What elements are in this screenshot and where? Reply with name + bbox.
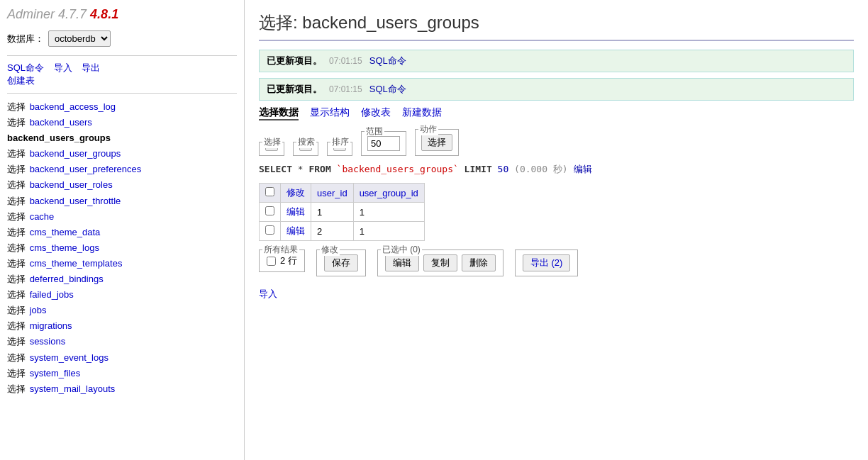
nav-prefix: 选择: [7, 289, 28, 300]
tab-select[interactable]: 选择数据: [259, 106, 299, 120]
sidebar-item-cms_theme_data[interactable]: 选择 cms_theme_data: [7, 225, 237, 240]
db-select[interactable]: octoberdb: [48, 30, 111, 47]
nav-prefix: 选择: [7, 383, 28, 394]
app-title: Adminer 4.7.7 4.8.1: [7, 7, 237, 22]
nav-label: backend_user_preferences: [30, 164, 142, 174]
row-count: 2 行: [280, 254, 297, 267]
main-tabs: 选择数据显示结构修改表新建数据: [259, 106, 854, 120]
tab-new[interactable]: 新建数据: [402, 106, 442, 120]
version-old: 4.7.7: [58, 7, 87, 21]
sidebar-item-migrations[interactable]: 选择 migrations: [7, 318, 237, 334]
notice-sql-link[interactable]: SQL命令: [369, 83, 406, 96]
export-button[interactable]: 导出 (2): [523, 254, 571, 271]
nav-prefix: 选择: [7, 305, 28, 315]
sidebar-item-backend_users_groups[interactable]: backend_users_groups: [7, 130, 237, 146]
nav-label: backend_access_log: [30, 101, 116, 112]
data-table: 修改 user_id user_group_id 编辑11编辑21: [259, 183, 425, 241]
sidebar-item-cms_theme_templates[interactable]: 选择 cms_theme_templates: [7, 256, 237, 271]
sql-command-link[interactable]: SQL命令: [7, 62, 44, 73]
sql-limit-kw: LIMIT: [464, 164, 492, 174]
sidebar-item-backend_user_throttle[interactable]: 选择 backend_user_throttle: [7, 193, 237, 209]
table-row: 编辑11: [260, 203, 425, 222]
row-checkbox-cell: [260, 203, 281, 222]
table-body: 编辑11编辑21: [260, 203, 425, 241]
sql-meta: (0.000 秒): [514, 164, 568, 174]
sidebar-item-backend_user_preferences[interactable]: 选择 backend_user_preferences: [7, 162, 237, 177]
select-group: 选择: [259, 142, 284, 156]
notice-sql-link[interactable]: SQL命令: [369, 55, 406, 67]
row-edit-link[interactable]: 编辑: [286, 206, 305, 217]
import-bottom-link[interactable]: 导入: [259, 288, 277, 301]
sidebar-item-backend_user_roles[interactable]: 选择 backend_user_roles: [7, 177, 237, 193]
edit-button[interactable]: 编辑: [385, 254, 419, 271]
version-new[interactable]: 4.8.1: [90, 7, 118, 21]
select-all-checkbox[interactable]: [265, 187, 274, 196]
col-checkbox: [260, 184, 281, 203]
tab-alter[interactable]: 修改表: [361, 106, 391, 120]
nav-prefix: 选择: [7, 101, 28, 112]
action-group-label: 动作: [418, 123, 438, 135]
range-group: 范围: [361, 131, 406, 156]
sidebar-actions: SQL命令 导入 导出 创建表: [7, 62, 237, 87]
notice-box: 已更新项目。07:01:15SQL命令: [259, 50, 854, 72]
create-table-link[interactable]: 创建表: [7, 75, 35, 86]
row-user-group-id: 1: [353, 222, 424, 241]
table-row: 编辑21: [260, 222, 425, 241]
all-results-group: 所有结果 2 行: [259, 249, 305, 272]
sort-group-label: 排序: [330, 136, 350, 148]
copy-button[interactable]: 复制: [423, 254, 457, 271]
nav-label: deferred_bindings: [30, 274, 104, 284]
sidebar-item-cms_theme_logs[interactable]: 选择 cms_theme_logs: [7, 240, 237, 256]
bottom-toolbar: 所有结果 2 行 修改 保存 已选中 (0) 编辑 复制 删除 导出 (2): [259, 249, 854, 276]
nav-label: backend_user_groups: [30, 148, 121, 159]
sql-edit-link[interactable]: 编辑: [574, 164, 592, 174]
app-name: Adminer: [7, 7, 55, 21]
sidebar-item-sessions[interactable]: 选择 sessions: [7, 334, 237, 349]
col-user-id-header[interactable]: user_id: [311, 184, 354, 203]
search-group: 搜索: [293, 142, 318, 156]
import-link[interactable]: 导入: [54, 62, 72, 73]
row-checkbox[interactable]: [265, 206, 274, 215]
row-edit-link[interactable]: 编辑: [286, 225, 305, 236]
sidebar-item-system_mail_layouts[interactable]: 选择 system_mail_layouts: [7, 381, 237, 397]
sidebar-item-backend_access_log[interactable]: 选择 backend_access_log: [7, 99, 237, 115]
nav-label: backend_users: [30, 117, 92, 128]
save-button[interactable]: 保存: [324, 254, 358, 271]
export-link[interactable]: 导出: [82, 62, 100, 73]
sidebar-item-jobs[interactable]: 选择 jobs: [7, 303, 237, 318]
row-checkbox[interactable]: [265, 225, 274, 235]
sql-table-name: `backend_users_groups`: [337, 164, 459, 174]
nav-prefix: 选择: [7, 164, 28, 174]
nav-label: failed_jobs: [30, 289, 74, 300]
row-edit-cell: 编辑: [281, 203, 311, 222]
row-edit-cell: 编辑: [281, 222, 311, 241]
sidebar-item-deferred_bindings[interactable]: 选择 deferred_bindings: [7, 271, 237, 287]
nav-label: backend_users_groups: [7, 133, 111, 143]
sidebar-item-failed_jobs[interactable]: 选择 failed_jobs: [7, 287, 237, 303]
nav-prefix: 选择: [7, 211, 28, 222]
sidebar-item-system_event_logs[interactable]: 选择 system_event_logs: [7, 350, 237, 366]
db-selector-row: 数据库： octoberdb: [7, 30, 237, 47]
notice-box: 已更新项目。07:01:15SQL命令: [259, 78, 854, 101]
nav-label: system_event_logs: [30, 352, 108, 363]
tab-structure[interactable]: 显示结构: [310, 106, 350, 120]
action-button[interactable]: 选择: [421, 134, 452, 151]
toolbar: 选择 搜索 排序 范围 动作 选择: [259, 129, 854, 156]
nav-label: cms_theme_logs: [30, 242, 99, 253]
col-user-group-id-header[interactable]: user_group_id: [353, 184, 424, 203]
nav-prefix: 选择: [7, 320, 28, 331]
search-group-label: 搜索: [296, 136, 316, 148]
col-edit-header: 修改: [281, 184, 311, 203]
delete-button[interactable]: 删除: [462, 254, 496, 271]
nav-label: cms_theme_templates: [30, 258, 123, 269]
nav-prefix: 选择: [7, 148, 28, 159]
sidebar-item-system_files[interactable]: 选择 system_files: [7, 366, 237, 381]
nav-prefix: 选择: [7, 196, 28, 206]
range-input[interactable]: [367, 136, 400, 151]
all-results-checkbox[interactable]: [267, 257, 276, 266]
nav-prefix: 选择: [7, 242, 28, 253]
sidebar-item-cache[interactable]: 选择 cache: [7, 209, 237, 225]
row-user-id: 2: [311, 222, 354, 241]
sidebar-item-backend_user_groups[interactable]: 选择 backend_user_groups: [7, 146, 237, 162]
sidebar-item-backend_users[interactable]: 选择 backend_users: [7, 115, 237, 130]
